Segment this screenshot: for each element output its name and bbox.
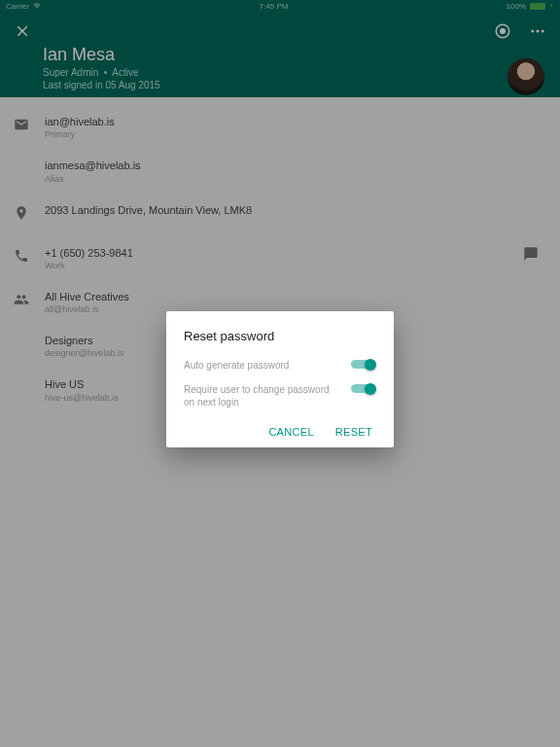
option-autogen-switch[interactable] bbox=[351, 359, 376, 371]
reset-button[interactable]: RESET bbox=[335, 426, 372, 438]
option-require-row[interactable]: Require user to change password on next … bbox=[184, 383, 376, 409]
option-autogen-label: Auto generate password bbox=[184, 359, 339, 372]
reset-password-dialog: Reset password Auto generate password Re… bbox=[166, 311, 394, 447]
option-autogen-row[interactable]: Auto generate password bbox=[184, 359, 376, 372]
option-require-switch[interactable] bbox=[351, 383, 376, 395]
dialog-scrim[interactable]: Reset password Auto generate password Re… bbox=[0, 0, 560, 747]
dialog-title: Reset password bbox=[184, 329, 376, 343]
cancel-button[interactable]: CANCEL bbox=[268, 426, 313, 438]
option-require-label: Require user to change password on next … bbox=[184, 383, 339, 409]
